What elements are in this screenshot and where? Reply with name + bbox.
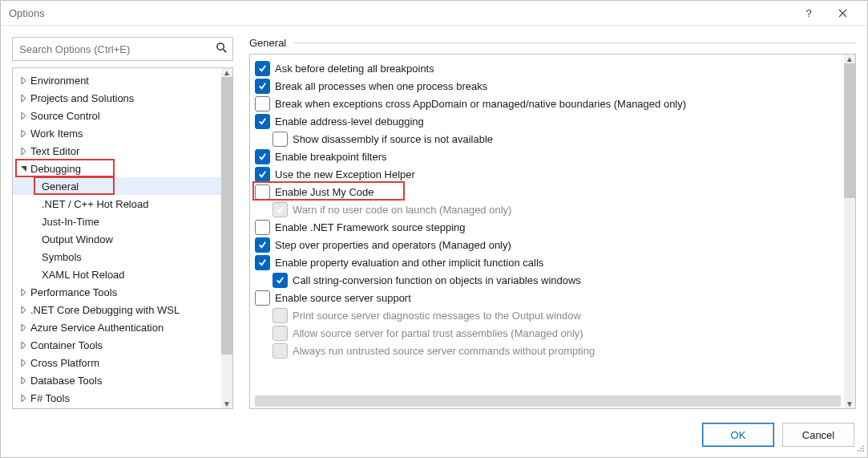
tree-item-label: Performance Tools xyxy=(29,286,117,298)
options-list[interactable]: Ask before deleting all breakpointsBreak… xyxy=(250,55,844,408)
checkbox[interactable] xyxy=(273,273,288,288)
tree-item-text-editor[interactable]: Text Editor xyxy=(13,142,221,160)
option-label: Print source server diagnostic messages … xyxy=(293,310,581,322)
option-label: Always run untrusted source server comma… xyxy=(293,345,595,357)
checkbox[interactable] xyxy=(255,61,270,76)
option-row: Step over properties and operators (Mana… xyxy=(255,236,834,253)
option-label: Show disassembly if source is not availa… xyxy=(293,133,493,145)
option-label: Enable property evaluation and other imp… xyxy=(275,257,543,269)
scroll-up-icon[interactable]: ▲ xyxy=(846,55,854,63)
help-button[interactable]: ? xyxy=(792,1,826,25)
tree-item-debugging[interactable]: Debugging xyxy=(13,160,221,177)
expand-icon[interactable] xyxy=(18,95,29,102)
tree-scroll-thumb[interactable] xyxy=(221,77,232,355)
expand-icon[interactable] xyxy=(18,359,29,367)
window-title: Options xyxy=(9,7,792,19)
expand-icon[interactable] xyxy=(18,342,29,349)
checkbox xyxy=(273,343,288,359)
tree-item-label: Database Tools xyxy=(29,375,102,387)
option-label: Call string-conversion function on objec… xyxy=(293,274,581,286)
checkbox[interactable] xyxy=(255,237,270,253)
checkbox[interactable] xyxy=(255,114,270,129)
tree-item-symbols[interactable]: Symbols xyxy=(13,248,221,265)
checkbox[interactable] xyxy=(255,184,270,200)
svg-point-0 xyxy=(217,43,224,50)
checkbox xyxy=(273,308,288,323)
option-row: Enable source server support xyxy=(255,289,834,306)
tree-item-f-tools[interactable]: F# Tools xyxy=(13,389,221,407)
expand-icon[interactable] xyxy=(18,148,29,155)
expand-icon[interactable] xyxy=(18,77,29,84)
tree-item-output-window[interactable]: Output Window xyxy=(13,230,221,248)
tree-item-label: Work Items xyxy=(29,128,83,140)
category-tree[interactable]: EnvironmentProjects and SolutionsSource … xyxy=(13,68,221,408)
option-label: Break when exceptions cross AppDomain or… xyxy=(275,98,686,110)
tree-item-label: General xyxy=(40,180,79,193)
search-icon xyxy=(216,42,228,56)
tree-item-label: Cross Platform xyxy=(29,357,99,369)
group-divider xyxy=(294,43,856,43)
expand-icon[interactable] xyxy=(18,112,29,120)
options-hscroll[interactable] xyxy=(255,395,841,407)
close-button[interactable] xyxy=(826,1,859,25)
tree-item-database-tools[interactable]: Database Tools xyxy=(13,371,221,389)
left-column: EnvironmentProjects and SolutionsSource … xyxy=(12,37,233,409)
ok-button[interactable]: OK xyxy=(702,423,774,447)
cancel-label: Cancel xyxy=(802,429,834,441)
tree-item-label: .NET / C++ Hot Reload xyxy=(40,198,148,210)
cancel-button[interactable]: Cancel xyxy=(782,423,854,447)
tree-item-label: Debugging xyxy=(29,163,81,175)
expand-icon[interactable] xyxy=(18,289,29,296)
tree-item-just-in-time[interactable]: Just-In-Time xyxy=(13,213,221,230)
search-box[interactable] xyxy=(12,37,233,61)
expand-icon[interactable] xyxy=(18,130,29,137)
tree-item-label: Container Tools xyxy=(29,339,103,351)
tree-item-environment[interactable]: Environment xyxy=(13,71,221,89)
checkbox[interactable] xyxy=(255,167,270,182)
tree-item--net-c-hot-reload[interactable]: .NET / C++ Hot Reload xyxy=(13,195,221,213)
tree-item-cross-platform[interactable]: Cross Platform xyxy=(13,354,221,371)
checkbox[interactable] xyxy=(255,290,270,306)
option-label: Enable source server support xyxy=(275,292,411,304)
checkbox[interactable] xyxy=(255,79,270,94)
options-scrollbar[interactable]: ▲ ▼ xyxy=(844,55,855,408)
svg-rect-5 xyxy=(860,450,862,452)
checkbox[interactable] xyxy=(273,132,288,147)
dialog-body: EnvironmentProjects and SolutionsSource … xyxy=(1,26,867,412)
tree-item-performance-tools[interactable]: Performance Tools xyxy=(13,283,221,301)
options-scroll-thumb[interactable] xyxy=(844,63,855,198)
collapse-icon[interactable] xyxy=(18,165,29,172)
checkbox[interactable] xyxy=(255,220,270,235)
tree-item-work-items[interactable]: Work Items xyxy=(13,124,221,142)
tree-item-projects-and-solutions[interactable]: Projects and Solutions xyxy=(13,89,221,107)
scroll-down-icon[interactable]: ▼ xyxy=(846,399,854,408)
tree-item-label: Just-In-Time xyxy=(40,216,99,228)
tree-item-azure-service-authentication[interactable]: Azure Service Authentication xyxy=(13,318,221,336)
svg-rect-6 xyxy=(862,450,864,452)
scroll-down-icon[interactable]: ▼ xyxy=(223,399,231,408)
tree-item-general[interactable]: General xyxy=(13,177,221,195)
tree-item-source-control[interactable]: Source Control xyxy=(13,107,221,124)
option-row: Warn if no user code on launch (Managed … xyxy=(255,201,834,218)
tree-item--net-core-debugging-with-wsl[interactable]: .NET Core Debugging with WSL xyxy=(13,301,221,318)
option-label: Enable address-level debugging xyxy=(275,116,424,128)
expand-icon[interactable] xyxy=(18,377,29,384)
tree-scrollbar[interactable]: ▲ ▼ xyxy=(221,68,232,408)
option-row: Always run untrusted source server comma… xyxy=(255,342,834,359)
search-input[interactable] xyxy=(18,43,216,56)
expand-icon[interactable] xyxy=(18,324,29,331)
expand-icon[interactable] xyxy=(18,306,29,314)
checkbox[interactable] xyxy=(255,96,270,111)
tree-item-label: XAML Hot Reload xyxy=(40,269,125,281)
tree-item-xaml-hot-reload[interactable]: XAML Hot Reload xyxy=(13,265,221,283)
resize-grip-icon[interactable] xyxy=(856,444,866,456)
scroll-up-icon[interactable]: ▲ xyxy=(223,68,231,77)
option-row: Enable address-level debugging xyxy=(255,112,834,130)
option-row: Use the new Exception Helper xyxy=(255,165,834,183)
checkbox[interactable] xyxy=(255,255,270,270)
expand-icon[interactable] xyxy=(18,395,29,402)
tree-item-label: F# Tools xyxy=(29,392,70,404)
checkbox[interactable] xyxy=(255,149,270,164)
tree-item-container-tools[interactable]: Container Tools xyxy=(13,336,221,354)
option-row: Enable property evaluation and other imp… xyxy=(255,253,834,271)
